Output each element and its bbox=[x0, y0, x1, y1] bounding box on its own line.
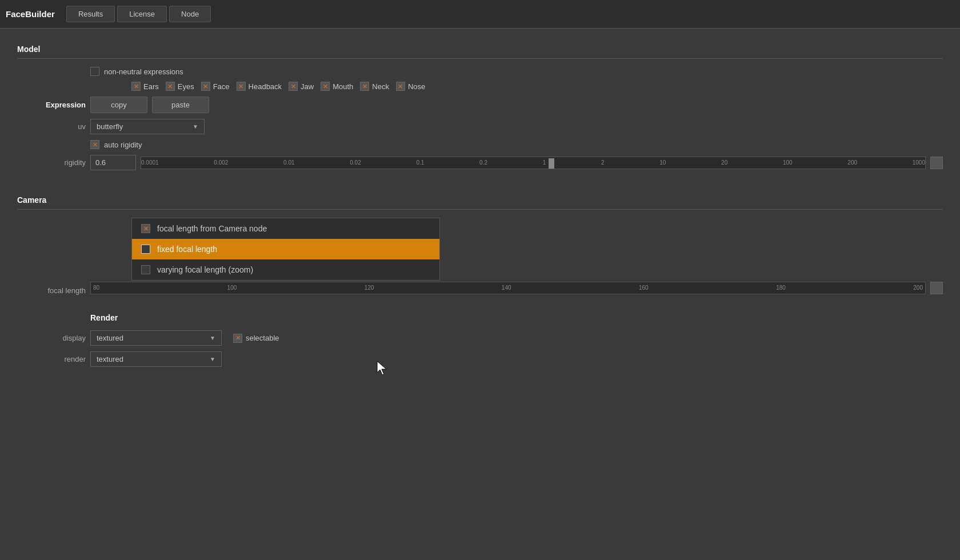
part-neck: ✕ Neck bbox=[360, 82, 389, 91]
part-headback-label: Headback bbox=[249, 82, 282, 91]
focal-camera-node-item[interactable]: ✕ focal length from Camera node bbox=[132, 218, 439, 239]
rigidity-input[interactable] bbox=[90, 155, 136, 170]
main-content: Model non-neutral expressions ✕ Ears ✕ E… bbox=[0, 29, 960, 384]
rigidity-slider-thumb[interactable] bbox=[549, 158, 554, 169]
display-dropdown[interactable]: textured ▼ bbox=[90, 330, 222, 346]
part-mouth-label: Mouth bbox=[333, 82, 353, 91]
focal-camera-node-label: focal length from Camera node bbox=[157, 224, 267, 233]
focal-slider-wrap: 80 100 120 140 160 180 200 bbox=[90, 282, 943, 294]
varying-focal-length-item[interactable]: varying focal length (zoom) bbox=[132, 259, 439, 280]
part-ears-label: Ears bbox=[143, 82, 159, 91]
auto-rigidity-row: ✕ auto rigidity bbox=[17, 140, 943, 149]
expression-row: Expression copy paste bbox=[17, 97, 943, 113]
camera-section: Camera ✕ focal length from Camera node f… bbox=[17, 191, 943, 295]
rigidity-row: rigidity 0.0001 0.002 0.01 0.02 0.1 0.2 … bbox=[17, 155, 943, 170]
part-ears-checkbox[interactable]: ✕ bbox=[131, 82, 141, 91]
focal-length-label: focal length bbox=[17, 281, 86, 295]
paste-button[interactable]: paste bbox=[152, 97, 209, 113]
focal-length-dropdown-popup: ✕ focal length from Camera node fixed fo… bbox=[131, 218, 440, 281]
rigidity-label: rigidity bbox=[17, 158, 86, 167]
display-label: display bbox=[17, 334, 86, 342]
part-jaw-label: Jaw bbox=[301, 82, 314, 91]
fixed-focal-length-check bbox=[141, 245, 150, 254]
part-mouth: ✕ Mouth bbox=[321, 82, 353, 91]
part-face-label: Face bbox=[213, 82, 230, 91]
render-arrow: ▼ bbox=[210, 356, 215, 362]
render-dropdown[interactable]: textured ▼ bbox=[90, 351, 222, 367]
display-arrow: ▼ bbox=[210, 335, 215, 341]
fixed-focal-length-label: fixed focal length bbox=[157, 245, 217, 254]
part-nose-checkbox[interactable]: ✕ bbox=[396, 82, 405, 91]
focal-slider-track[interactable]: 80 100 120 140 160 180 200 bbox=[90, 282, 926, 294]
part-neck-checkbox[interactable]: ✕ bbox=[360, 82, 369, 91]
focal-ticks: 80 100 120 140 160 180 200 bbox=[91, 285, 925, 291]
part-nose-label: Nose bbox=[408, 82, 425, 91]
part-face-checkbox[interactable]: ✕ bbox=[201, 82, 210, 91]
render-value: textured bbox=[97, 355, 123, 363]
display-value: textured bbox=[97, 334, 123, 342]
render-header: Render bbox=[90, 313, 118, 322]
uv-dropdown-arrow: ▼ bbox=[193, 123, 198, 130]
rigidity-slider-track[interactable]: 0.0001 0.002 0.01 0.02 0.1 0.2 1 2 10 20… bbox=[141, 157, 926, 169]
varying-focal-length-check bbox=[141, 265, 150, 274]
auto-rigidity-wrap: ✕ auto rigidity bbox=[90, 140, 142, 149]
tab-license[interactable]: License bbox=[117, 6, 167, 22]
part-neck-label: Neck bbox=[372, 82, 389, 91]
focal-slider-end-btn[interactable] bbox=[930, 282, 943, 294]
part-eyes: ✕ Eyes bbox=[166, 82, 194, 91]
rigidity-ticks: 0.0001 0.002 0.01 0.02 0.1 0.2 1 2 10 20… bbox=[141, 159, 925, 166]
part-headback-checkbox[interactable]: ✕ bbox=[237, 82, 246, 91]
part-headback: ✕ Headback bbox=[237, 82, 282, 91]
part-eyes-label: Eyes bbox=[178, 82, 194, 91]
auto-rigidity-label: auto rigidity bbox=[104, 141, 142, 149]
part-ears: ✕ Ears bbox=[131, 82, 159, 91]
tab-node[interactable]: Node bbox=[169, 6, 211, 22]
uv-value: butterfly bbox=[97, 122, 123, 131]
focal-camera-node-icon: ✕ bbox=[141, 224, 150, 233]
focal-length-row: focal length 80 100 120 140 160 180 200 bbox=[17, 281, 943, 295]
uv-row: uv butterfly ▼ bbox=[17, 119, 943, 134]
render-header-row: Render bbox=[17, 313, 943, 322]
app-brand: FaceBuilder bbox=[6, 9, 55, 19]
part-mouth-checkbox[interactable]: ✕ bbox=[321, 82, 330, 91]
auto-rigidity-checkbox[interactable]: ✕ bbox=[90, 140, 99, 149]
non-neutral-checkbox-wrap: non-neutral expressions bbox=[90, 67, 183, 76]
top-nav: FaceBuilder Results License Node bbox=[0, 0, 960, 29]
tab-results[interactable]: Results bbox=[66, 6, 115, 22]
varying-focal-length-label: varying focal length (zoom) bbox=[157, 265, 253, 274]
parts-row: ✕ Ears ✕ Eyes ✕ Face ✕ Headback ✕ Jaw ✕ … bbox=[131, 82, 943, 91]
render-section: Render display textured ▼ ✕ selectable r… bbox=[17, 313, 943, 373]
part-jaw: ✕ Jaw bbox=[289, 82, 314, 91]
copy-button[interactable]: copy bbox=[90, 97, 147, 113]
render-dropdown-row: render textured ▼ bbox=[17, 351, 943, 367]
selectable-wrap: ✕ selectable bbox=[233, 334, 279, 343]
selectable-checkbox[interactable]: ✕ bbox=[233, 334, 242, 343]
part-nose: ✕ Nose bbox=[396, 82, 425, 91]
non-neutral-checkbox[interactable] bbox=[90, 67, 99, 76]
part-eyes-checkbox[interactable]: ✕ bbox=[166, 82, 175, 91]
fixed-focal-length-item[interactable]: fixed focal length bbox=[132, 239, 439, 259]
model-header: Model bbox=[17, 40, 943, 59]
expression-label: Expression bbox=[17, 101, 86, 109]
display-row: display textured ▼ ✕ selectable bbox=[17, 330, 943, 346]
camera-header: Camera bbox=[17, 191, 943, 210]
part-jaw-checkbox[interactable]: ✕ bbox=[289, 82, 298, 91]
part-face: ✕ Face bbox=[201, 82, 230, 91]
model-section: Model non-neutral expressions ✕ Ears ✕ E… bbox=[17, 40, 943, 176]
uv-label: uv bbox=[17, 122, 86, 131]
non-neutral-label: non-neutral expressions bbox=[104, 67, 183, 76]
selectable-label: selectable bbox=[246, 334, 279, 342]
uv-dropdown[interactable]: butterfly ▼ bbox=[90, 119, 205, 134]
non-neutral-row: non-neutral expressions bbox=[17, 67, 943, 76]
render-label: render bbox=[17, 355, 86, 363]
rigidity-slider-end-btn[interactable] bbox=[930, 157, 943, 169]
